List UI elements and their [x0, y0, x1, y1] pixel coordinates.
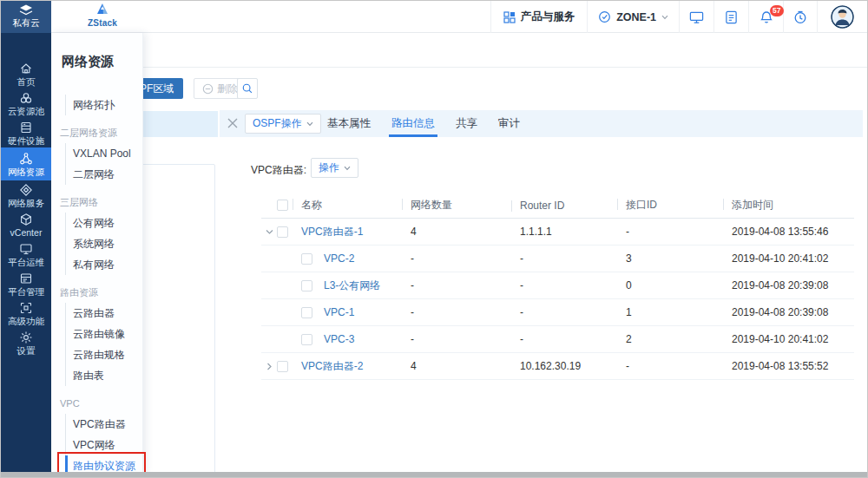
detail-tab-1[interactable]: 路由信息 [391, 110, 435, 137]
chevron-down-icon [306, 121, 313, 127]
sidebar-item-network-service[interactable]: 网络服务 [1, 180, 51, 210]
search-button[interactable] [237, 78, 258, 99]
column-separator [293, 199, 293, 210]
sidebar-item-platform-ops[interactable]: 平台运维 [1, 239, 51, 269]
added-time-cell: 2019-04-08 13:55:46 [732, 226, 854, 238]
primary-nav-items: 首页云资源池硬件设施网络资源网络服务vCenter平台运维平台管理高级功能设置 [1, 59, 51, 357]
sidebar-item-label: vCenter [10, 228, 43, 238]
ospf-actions-label: OSPF操作 [253, 116, 302, 131]
column-separator [402, 199, 403, 210]
chevron-down-icon [661, 15, 668, 20]
sidebar-item-hardware[interactable]: 硬件设施 [1, 118, 51, 147]
products-services-menu[interactable]: 产品与服务 [490, 1, 588, 33]
row-name-link[interactable]: VPC路由器-1 [301, 225, 411, 239]
sidebar-item-network-resource[interactable]: 网络资源 [1, 147, 51, 180]
sidebar-item-resource-pool[interactable]: 云资源池 [1, 88, 51, 118]
subnav-item-route-table[interactable]: 路由表 [65, 365, 142, 386]
row-checkbox[interactable] [301, 334, 312, 345]
chevron-right-icon[interactable] [266, 363, 273, 370]
row-checkbox[interactable] [301, 253, 312, 265]
sidebar-item-label: 高级功能 [8, 317, 44, 326]
subnav-item-system-network[interactable]: 系统网络 [65, 233, 142, 254]
select-all-checkbox[interactable] [277, 200, 288, 211]
row-name-link[interactable]: L3-公有网络 [324, 278, 380, 293]
subnav-item-l2-network[interactable]: 二层网络 [65, 164, 142, 185]
sidebar-item-label: 平台运维 [8, 258, 44, 267]
notifications-button[interactable]: 57 [748, 1, 783, 33]
user-menu[interactable] [817, 1, 867, 33]
detail-tab-2[interactable]: 共享 [456, 110, 477, 137]
row-name-link[interactable]: VPC路由器-2 [301, 359, 411, 374]
console-button[interactable] [679, 1, 713, 33]
subnav-item-vrouter[interactable]: 云路由器 [65, 303, 142, 324]
name-cell: L3-公有网络 [301, 278, 411, 293]
child-name-wrap: VPC-3 [301, 333, 411, 345]
platform-ops-icon [19, 242, 33, 256]
column-header-label: 网络数量 [411, 198, 520, 213]
interface-id-cell: 0 [626, 279, 732, 291]
settings-icon [19, 331, 33, 344]
row-name-link[interactable]: VPC-1 [324, 306, 354, 318]
router-id-cell: - [520, 252, 626, 265]
column-header-2: Router ID [520, 200, 626, 212]
top-header: ZStack 产品与服务 ZONE-1 [51, 1, 867, 33]
row-checkbox[interactable] [301, 307, 312, 318]
sidebar-item-platform-mgmt[interactable]: 平台管理 [1, 269, 51, 298]
subnav-item-vpc-router[interactable]: VPC路由器 [65, 414, 142, 435]
subnav-item-vxlan-pool[interactable]: VXLAN Pool [65, 143, 142, 164]
interface-id-cell: 1 [626, 306, 732, 318]
row-checkbox[interactable] [277, 361, 288, 372]
ospf-actions-dropdown[interactable]: OSPF操作 [245, 114, 321, 134]
expand-cell [261, 363, 277, 370]
horizontal-scrollbar[interactable] [1, 472, 867, 477]
interface-id-cell: - [626, 360, 732, 372]
sidebar-item-settings[interactable]: 设置 [1, 328, 51, 357]
search-icon [241, 82, 253, 95]
zone-selector[interactable]: ZONE-1 [587, 1, 679, 33]
app-window: 路由协议资源 OSPF区域(1) 创建OSPF区域 删除 OSPF操作 基本属性… [0, 0, 868, 478]
sidebar-item-vcenter[interactable]: vCenter [1, 210, 51, 239]
products-services-label: 产品与服务 [521, 10, 575, 24]
column-header-0: 名称 [301, 198, 411, 213]
detail-tab-0[interactable]: 基本属性 [327, 110, 371, 137]
history-clock-icon [793, 10, 807, 24]
sidebar-item-advanced[interactable]: 高级功能 [1, 298, 51, 328]
private-cloud-switcher[interactable]: 私有云 [1, 1, 51, 33]
row-name-link[interactable]: VPC-3 [324, 333, 354, 345]
close-icon[interactable] [227, 117, 239, 133]
docs-button[interactable] [713, 1, 748, 33]
hardware-icon [19, 121, 33, 134]
sidebar-item-home[interactable]: 首页 [1, 59, 51, 88]
vpc-router-table: 名称网络数量Router ID接口ID添加时间 VPC路由器-141.1.1.1… [261, 193, 854, 380]
subnav-section-label: 三层网络 [60, 192, 142, 213]
row-checkbox[interactable] [277, 226, 288, 238]
row-name-link[interactable]: VPC-2 [324, 252, 354, 265]
zone-label: ZONE-1 [616, 11, 656, 23]
subnav-item-vrouter-offering[interactable]: 云路由规格 [65, 344, 142, 365]
subnav-item-vrouter-image[interactable]: 云路由镜像 [65, 324, 142, 344]
avatar [831, 5, 854, 29]
history-button[interactable] [783, 1, 817, 33]
zstack-logo-text: ZStack [83, 18, 122, 28]
row-checkbox[interactable] [301, 280, 312, 291]
interface-id-cell: - [626, 226, 732, 238]
sidebar-item-label: 网络服务 [8, 199, 44, 208]
subnav-item-private-network[interactable]: 私有网络 [65, 254, 142, 275]
column-header-label: 名称 [301, 198, 411, 213]
header-actions: 产品与服务 ZONE-1 57 [490, 1, 867, 33]
primary-sidebar: 私有云 首页云资源池硬件设施网络资源网络服务vCenter平台运维平台管理高级功… [1, 1, 51, 474]
private-cloud-label: 私有云 [12, 17, 40, 29]
interface-id-cell: 3 [626, 252, 732, 265]
minus-circle-icon [202, 83, 214, 95]
platform-mgmt-icon [19, 272, 33, 285]
subnav-item-topology[interactable]: 网络拓扑 [65, 95, 142, 115]
column-header-4: 添加时间 [732, 198, 854, 213]
detail-tabs: 基本属性路由信息共享审计 [327, 110, 520, 137]
resource-pool-icon [19, 91, 33, 105]
subnav-item-vpc-network[interactable]: VPC网络 [65, 435, 142, 455]
chevron-down-icon[interactable] [266, 229, 273, 235]
row-action-dropdown[interactable]: 操作 [311, 158, 358, 178]
subnav-item-public-network[interactable]: 公有网络 [65, 213, 142, 233]
networks-cell: 4 [411, 360, 520, 372]
detail-tab-3[interactable]: 审计 [498, 110, 520, 137]
